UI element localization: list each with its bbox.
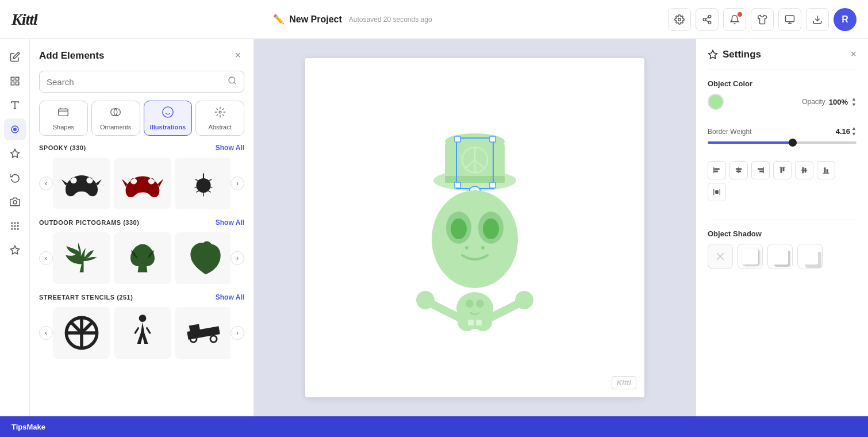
align-bottom-button[interactable]: [817, 161, 835, 179]
border-weight-row: Border Weight 4.16 ▲ ▼: [708, 126, 857, 137]
weight-down-button[interactable]: ▼: [851, 132, 857, 137]
sidebar-item-ai[interactable]: [4, 143, 26, 164]
download-button[interactable]: [806, 8, 829, 31]
sidebar-item-magic[interactable]: [4, 239, 26, 261]
settings-close-button[interactable]: ×: [850, 48, 857, 60]
svg-point-24: [14, 225, 16, 227]
list-item[interactable]: [175, 232, 231, 284]
show-all-spooky-button[interactable]: Show All: [216, 144, 244, 152]
tab-shapes[interactable]: Shapes: [39, 101, 88, 136]
sidebar-item-grid[interactable]: [4, 215, 26, 237]
svg-rect-116: [824, 168, 825, 172]
svg-point-91: [515, 291, 533, 309]
show-all-outdoor-button[interactable]: Show All: [216, 218, 244, 227]
svg-point-86: [481, 246, 485, 250]
shadow-hard-button[interactable]: [797, 244, 823, 269]
svg-point-17: [13, 128, 16, 131]
user-avatar[interactable]: R: [834, 8, 857, 31]
list-item[interactable]: [175, 307, 231, 359]
sidebar-item-text[interactable]: [4, 94, 26, 116]
sidebar-item-history[interactable]: [4, 167, 26, 189]
ornaments-tab-label: Ornaments: [100, 124, 131, 131]
scroll-left-outdoor[interactable]: ‹: [39, 251, 53, 265]
abstract-tab-label: Abstract: [208, 124, 231, 131]
panel-close-button[interactable]: ×: [231, 48, 244, 63]
scroll-left-spooky[interactable]: ‹: [39, 177, 53, 190]
list-item[interactable]: [114, 307, 171, 359]
search-input[interactable]: [47, 77, 228, 87]
tab-illustrations[interactable]: Illustrations: [144, 101, 193, 136]
opacity-down-button[interactable]: ▼: [851, 102, 857, 108]
streetart-items: [53, 307, 231, 359]
scroll-left-streetart[interactable]: ‹: [39, 326, 53, 340]
sidebar-item-photo[interactable]: [4, 191, 26, 213]
svg-point-19: [13, 201, 17, 204]
topbar-center: ✏️ New Project Autosaved 20 seconds ago: [273, 14, 432, 25]
list-item[interactable]: [53, 307, 110, 359]
svg-point-35: [219, 111, 221, 113]
svg-point-22: [17, 223, 18, 224]
tab-abstract[interactable]: Abstract: [195, 101, 244, 136]
shadow-none-button[interactable]: [708, 244, 733, 269]
canvas-wrapper: ↺: [305, 58, 644, 397]
list-item[interactable]: [114, 158, 171, 209]
object-shadow-label: Object Shadow: [708, 229, 857, 238]
opacity-up-button[interactable]: ▲: [851, 97, 857, 102]
settings-button[interactable]: [668, 8, 691, 31]
border-weight-slider[interactable]: [708, 141, 857, 144]
svg-rect-68: [445, 176, 505, 183]
ornaments-tab-icon: [109, 106, 122, 121]
sidebar-item-elements[interactable]: [4, 118, 26, 140]
shadow-medium-button[interactable]: [767, 244, 793, 269]
svg-point-2: [703, 18, 706, 21]
list-item[interactable]: [114, 232, 171, 284]
section-streetart-title: STREETART STENCILS (251): [39, 294, 133, 301]
svg-rect-107: [758, 168, 763, 170]
shadow-soft-button[interactable]: [738, 244, 763, 269]
sidebar-item-edit[interactable]: [4, 46, 26, 68]
align-center-v-button[interactable]: [795, 161, 813, 179]
section-spooky: SPOOKY (330) Show All ‹ ›: [39, 144, 244, 209]
opacity-value: 100%: [829, 98, 848, 106]
list-item[interactable]: [175, 158, 231, 209]
scroll-right-outdoor[interactable]: ›: [231, 251, 244, 265]
align-top-button[interactable]: [773, 161, 792, 179]
notifications-button[interactable]: [723, 8, 746, 31]
svg-point-98: [476, 300, 484, 308]
svg-point-97: [466, 300, 474, 308]
svg-line-4: [705, 20, 708, 22]
svg-line-31: [234, 82, 236, 84]
shirt-button[interactable]: [751, 8, 774, 31]
scroll-right-spooky[interactable]: ›: [231, 177, 244, 190]
list-item[interactable]: [53, 158, 110, 209]
scroll-right-streetart[interactable]: ›: [231, 326, 244, 340]
section-outdoor-title: OUTDOOR PICTOGRAMS (330): [39, 219, 139, 226]
svg-rect-13: [16, 82, 18, 85]
add-elements-panel: Add Elements × Shapes Ornaments: [30, 39, 254, 416]
align-center-h-button[interactable]: [729, 161, 748, 179]
divider: [708, 70, 857, 70]
section-spooky-title: SPOOKY (330): [39, 144, 86, 151]
weight-arrows: ▲ ▼: [851, 126, 857, 137]
share-button[interactable]: [696, 8, 719, 31]
project-title[interactable]: New Project: [289, 14, 342, 25]
status-text: TipsMake: [11, 423, 45, 431]
color-row: Opacity 100% ▲ ▼: [708, 94, 857, 110]
weight-up-button[interactable]: ▲: [851, 126, 857, 131]
distribute-button[interactable]: [708, 183, 726, 201]
svg-marker-18: [10, 150, 19, 158]
sidebar-item-layers[interactable]: [4, 70, 26, 92]
color-swatch[interactable]: [708, 94, 724, 110]
canvas-area: ↺: [254, 39, 696, 416]
svg-rect-114: [805, 168, 806, 172]
slider-thumb[interactable]: [789, 139, 797, 147]
svg-rect-111: [783, 168, 784, 171]
tab-ornaments[interactable]: Ornaments: [91, 101, 140, 136]
list-item[interactable]: [53, 232, 110, 284]
align-left-button[interactable]: [708, 161, 726, 179]
align-right-button[interactable]: [751, 161, 770, 179]
preview-button[interactable]: [778, 8, 801, 31]
autosaved-text: Autosaved 20 seconds ago: [349, 16, 432, 24]
show-all-streetart-button[interactable]: Show All: [216, 293, 244, 301]
shadow-soft-preview: [742, 248, 758, 264]
